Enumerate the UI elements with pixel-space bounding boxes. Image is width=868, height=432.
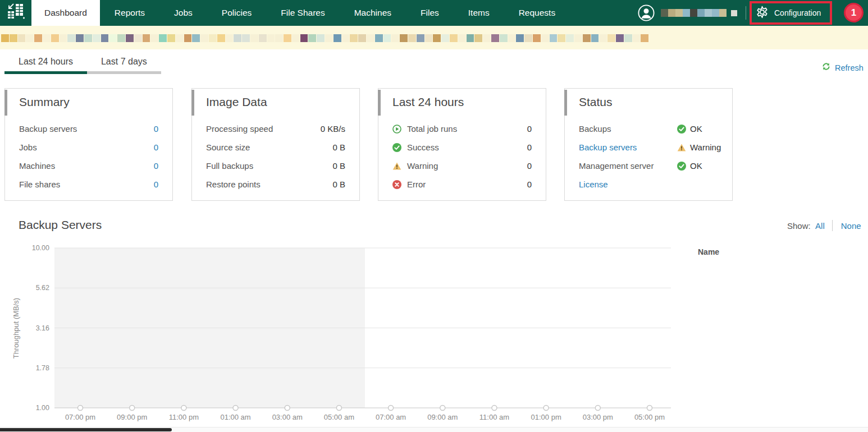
row-label: Machines: [19, 161, 55, 171]
svg-text:09:00 pm: 09:00 pm: [117, 413, 147, 421]
app-logo[interactable]: [0, 0, 31, 26]
throughput-chart: 10.005.623.161.781.0007:00 pm09:00 pm11:…: [11, 241, 674, 424]
nav-tab-items[interactable]: Items: [454, 0, 504, 26]
row-value: 0 B: [332, 143, 345, 152]
svg-text:03:00 am: 03:00 am: [272, 413, 303, 421]
backup-servers-status-row: Backup servers Warning: [565, 138, 732, 157]
row-label-link[interactable]: Backup servers: [579, 143, 637, 152]
horizontal-scrollbar-track[interactable]: [0, 427, 868, 432]
row-label: Full backups: [206, 161, 253, 171]
svg-text:05:00 pm: 05:00 pm: [634, 413, 665, 421]
license-row: License: [565, 175, 732, 194]
tab-last-24-hours[interactable]: Last 24 hours: [4, 57, 87, 74]
svg-text:11:00 pm: 11:00 pm: [169, 413, 199, 421]
show-none-link[interactable]: None: [841, 221, 861, 231]
refresh-button[interactable]: Refresh: [821, 62, 864, 73]
svg-text:1.78: 1.78: [36, 364, 49, 372]
success-row: Success 0: [378, 138, 546, 157]
nav-tab-requests[interactable]: Requests: [504, 0, 570, 26]
image-data-row: Source size 0 B: [192, 138, 359, 157]
show-label: Show:: [787, 221, 811, 231]
error-row: Error 0: [378, 175, 546, 194]
console-logo-icon: [6, 2, 25, 24]
image-data-card: Image Data Processing speed 0 KB/s Sourc…: [191, 88, 360, 201]
nav-tab-policies[interactable]: Policies: [207, 0, 266, 26]
row-label: Jobs: [19, 143, 37, 152]
row-label: Source size: [206, 143, 250, 152]
row-label: Total job runs: [407, 124, 457, 134]
svg-text:07:00 am: 07:00 am: [376, 413, 406, 421]
row-value: 0: [527, 143, 532, 152]
last-24-hours-card-title: Last 24 hours: [392, 95, 464, 109]
user-avatar-icon[interactable]: [638, 4, 655, 21]
nav-divider: [746, 6, 746, 20]
image-data-card-title: Image Data: [206, 95, 267, 109]
summary-row: File shares 0: [5, 175, 172, 194]
summary-card: Summary Backup servers 0 Jobs 0 Machines…: [4, 88, 173, 201]
image-data-row: Restore points 0 B: [192, 175, 359, 194]
row-value: 0: [527, 180, 532, 189]
nav-tab-file-shares[interactable]: File Shares: [266, 0, 339, 26]
last-24-hours-card: Last 24 hours Total job runs 0 Success 0: [378, 88, 546, 201]
status-text: OK: [690, 124, 702, 134]
row-label: Warning: [407, 161, 438, 171]
row-value: 0 B: [332, 180, 345, 189]
redacted-username-end: [731, 10, 737, 16]
refresh-icon: [821, 62, 831, 73]
horizontal-scrollbar-thumb[interactable]: [0, 428, 172, 431]
svg-text:10.00: 10.00: [32, 244, 49, 252]
summary-row: Backup servers 0: [5, 120, 172, 138]
app-root: Dashboard Reports Jobs Policies File Sha…: [0, 0, 868, 432]
row-label: Backup servers: [19, 124, 77, 134]
nav-tab-machines[interactable]: Machines: [340, 0, 406, 26]
tab-last-7-days[interactable]: Last 7 days: [87, 57, 161, 74]
svg-text:01:00 pm: 01:00 pm: [531, 413, 561, 421]
summary-card-title: Summary: [19, 95, 70, 109]
svg-text:07:00 pm: 07:00 pm: [65, 413, 95, 421]
warning-row: Warning 0: [378, 157, 546, 175]
show-all-link[interactable]: All: [815, 221, 825, 231]
card-accent-bar: [378, 90, 381, 116]
card-accent-bar: [191, 90, 194, 116]
status-card-title: Status: [579, 95, 613, 109]
ok-icon: [677, 124, 686, 134]
configuration-button[interactable]: Configuration: [755, 0, 821, 26]
series-show-controls: Show: All None: [787, 220, 861, 231]
status-card: Status Backups OK Backup servers Warning: [564, 88, 733, 201]
svg-text:1.00: 1.00: [36, 404, 49, 412]
summary-row: Machines 0: [5, 157, 172, 175]
row-value-link[interactable]: 0: [154, 143, 158, 152]
nav-tab-files[interactable]: Files: [406, 0, 454, 26]
warning-icon: [392, 162, 401, 171]
summary-row: Jobs 0: [5, 138, 172, 157]
row-value: 0 KB/s: [321, 124, 345, 134]
show-controls-divider: [832, 220, 833, 231]
nav-tab-dashboard[interactable]: Dashboard: [31, 0, 100, 26]
management-server-status-row: Management server OK: [565, 157, 732, 175]
row-label: Processing speed: [206, 124, 273, 134]
top-nav: Dashboard Reports Jobs Policies File Sha…: [0, 0, 868, 26]
row-value-link[interactable]: 0: [154, 161, 158, 171]
card-accent-bar: [564, 90, 567, 116]
row-value: 0 B: [332, 161, 345, 171]
time-range-tabs: Last 24 hours Last 7 days: [4, 57, 161, 74]
row-label: Restore points: [206, 180, 261, 189]
svg-text:03:00 pm: 03:00 pm: [583, 413, 613, 421]
ok-icon: [677, 161, 686, 171]
gear-icon: [755, 5, 769, 21]
play-icon: [392, 125, 401, 134]
success-icon: [392, 143, 401, 152]
status-text: OK: [690, 161, 702, 171]
image-data-row: Full backups 0 B: [192, 157, 359, 175]
nav-tab-reports[interactable]: Reports: [100, 0, 159, 26]
backup-servers-title: Backup Servers: [19, 218, 102, 232]
row-value-link[interactable]: 0: [154, 180, 158, 189]
row-label: File shares: [19, 180, 60, 189]
notification-badge[interactable]: 1: [844, 3, 864, 22]
row-label: Success: [407, 143, 439, 152]
job-runs-row: Total job runs 0: [378, 120, 546, 138]
primary-nav-tabs: Dashboard Reports Jobs Policies File Sha…: [31, 0, 570, 26]
nav-tab-jobs[interactable]: Jobs: [159, 0, 207, 26]
row-label-link[interactable]: License: [579, 180, 608, 189]
row-value-link[interactable]: 0: [154, 124, 158, 134]
